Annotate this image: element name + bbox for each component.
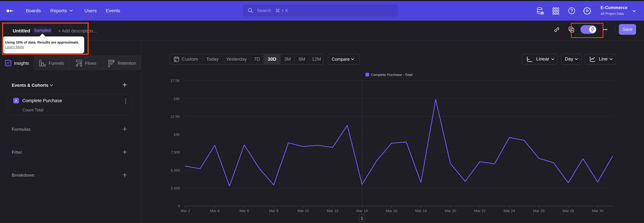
svg-text:Mar 10: Mar 10 (297, 209, 309, 213)
svg-text:17.5K: 17.5K (170, 79, 180, 83)
svg-text:15K: 15K (174, 97, 180, 101)
svg-text:Mar 14: Mar 14 (356, 209, 368, 213)
svg-text:Mar 22: Mar 22 (474, 209, 486, 213)
svg-text:2,500: 2,500 (171, 186, 180, 190)
svg-text:Mar 26: Mar 26 (533, 209, 544, 213)
svg-text:Mar 2: Mar 2 (180, 209, 190, 213)
svg-text:10K: 10K (174, 133, 180, 137)
svg-text:5,000: 5,000 (171, 168, 180, 172)
svg-text:7,500: 7,500 (171, 150, 180, 154)
svg-text:Mar 12: Mar 12 (327, 209, 338, 213)
svg-text:Mar 20: Mar 20 (445, 209, 456, 213)
svg-text:Mar 24: Mar 24 (504, 209, 515, 213)
svg-text:Mar 4: Mar 4 (210, 209, 219, 213)
svg-text:12.5K: 12.5K (170, 115, 180, 119)
svg-text:Mar 8: Mar 8 (269, 209, 278, 213)
svg-text:Mar 18: Mar 18 (415, 209, 427, 213)
svg-text:Mar 30: Mar 30 (592, 209, 604, 213)
svg-text:Mar 6: Mar 6 (240, 209, 249, 213)
svg-text:0: 0 (178, 204, 180, 208)
svg-text:Complete Purchase - Total: Complete Purchase - Total (371, 73, 412, 77)
svg-text:Mar 28: Mar 28 (562, 209, 574, 213)
svg-text:Mar 16: Mar 16 (386, 209, 397, 213)
